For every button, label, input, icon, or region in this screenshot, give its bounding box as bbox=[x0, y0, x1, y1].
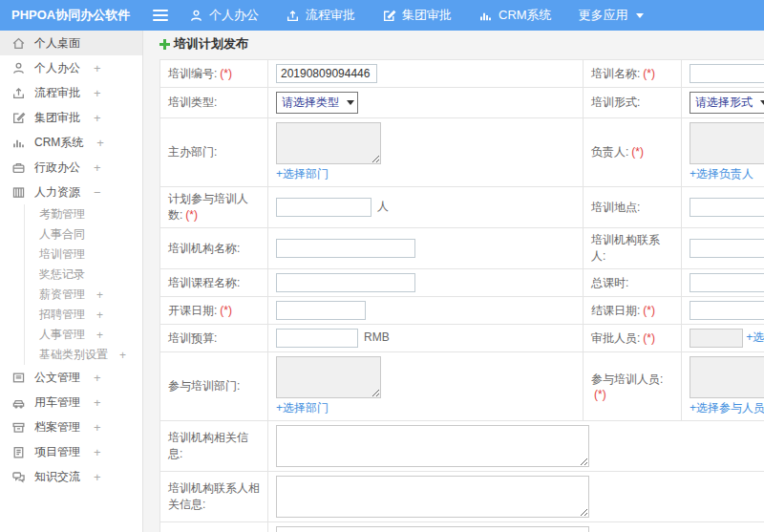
institution-info-label: 培训机构相关信息: bbox=[160, 421, 268, 472]
person-in-charge-box[interactable] bbox=[690, 122, 764, 164]
training-form-label: 培训形式: bbox=[584, 88, 682, 118]
form-row-training-type: 培训类型: 请选择类型 培训形式: 请选择形式 bbox=[160, 88, 764, 118]
participating-people-box[interactable] bbox=[690, 356, 764, 398]
select-participants-link[interactable]: +选择参与人员 bbox=[690, 400, 764, 416]
select-person-in-charge-link[interactable]: +选择负责人 bbox=[690, 166, 753, 182]
plus-icon bbox=[159, 39, 170, 50]
approver-label: 审批人员:(*) bbox=[584, 325, 682, 352]
sidebar-item-vehicle-mgmt[interactable]: 用车管理 + bbox=[0, 390, 142, 415]
training-type-label: 培训类型: bbox=[160, 88, 268, 118]
total-hours-label: 总课时: bbox=[584, 269, 682, 297]
institution-contact-label: 培训机构联系人: bbox=[584, 228, 682, 269]
nav-personal-office[interactable]: 个人办公 bbox=[189, 7, 259, 24]
sidebar-item-project-mgmt[interactable]: 项目管理 + bbox=[0, 439, 142, 464]
sidebar-subitem-reward-punishment[interactable]: 奖惩记录 bbox=[25, 265, 142, 285]
bar-chart-icon bbox=[11, 136, 26, 150]
chat-icon bbox=[11, 470, 26, 484]
sidebar-subitem-recruit-mgmt[interactable]: 招聘管理+ bbox=[25, 305, 142, 325]
training-requirements-label: 培训要求: bbox=[160, 522, 268, 532]
home-icon bbox=[11, 36, 26, 51]
sidebar-item-group-approval[interactable]: 集团审批 + bbox=[0, 105, 142, 130]
user-icon bbox=[189, 9, 203, 23]
required-mark: (*) bbox=[185, 208, 198, 222]
user-icon bbox=[11, 61, 26, 75]
training-type-select[interactable]: 请选择类型 bbox=[276, 92, 358, 114]
sidebar-item-personal-desktop[interactable]: 个人桌面 bbox=[0, 31, 142, 55]
nav-process-approval[interactable]: 流程审批 bbox=[286, 7, 355, 24]
training-name-input[interactable] bbox=[690, 64, 764, 83]
end-date-input[interactable] bbox=[690, 301, 764, 320]
select-department-link[interactable]: +选择部门 bbox=[276, 400, 329, 416]
form-row-participating-departments: 参与培训部门: +选择部门 参与培训人员:(*) +选择参与人员 bbox=[160, 352, 764, 421]
sidebar-item-admin-office[interactable]: 行政办公 + bbox=[0, 155, 142, 180]
select-approver-link[interactable]: +选择审批人员 bbox=[746, 330, 764, 344]
end-date-label: 结课日期:(*) bbox=[584, 297, 682, 325]
institution-contact-info-textarea[interactable] bbox=[276, 476, 589, 518]
form-row-institution-info: 培训机构相关信息: bbox=[160, 421, 764, 472]
institution-contact-input[interactable] bbox=[690, 239, 764, 258]
bar-chart-icon bbox=[478, 9, 493, 23]
sidebar-item-crm-system[interactable]: CRM系统 + bbox=[0, 130, 142, 155]
sidebar-item-archive-mgmt[interactable]: 档案管理 + bbox=[0, 415, 142, 439]
unit-person: 人 bbox=[377, 200, 389, 213]
course-name-input[interactable] bbox=[276, 273, 415, 292]
book-icon bbox=[11, 185, 26, 200]
host-department-box[interactable] bbox=[276, 122, 381, 164]
sidebar-item-human-resources[interactable]: 人力资源 − bbox=[0, 180, 142, 204]
main-content: 培训计划发布 培训编号:(*) 培训名称:(*) 培训类型: 请选择类型 bbox=[143, 31, 764, 532]
select-department-link[interactable]: +选择部门 bbox=[276, 166, 329, 182]
sidebar-subitem-salary-mgmt[interactable]: 薪资管理+ bbox=[25, 285, 142, 305]
sidebar-subitem-hr-contract[interactable]: 人事合同 bbox=[25, 224, 142, 245]
form-row-training-number: 培训编号:(*) 培训名称:(*) bbox=[160, 60, 764, 88]
training-location-label: 培训地点: bbox=[584, 187, 682, 228]
required-mark: (*) bbox=[631, 145, 644, 159]
upload-icon bbox=[11, 86, 26, 100]
institution-info-textarea[interactable] bbox=[276, 425, 589, 467]
sidebar-item-knowledge-exchange[interactable]: 知识交流 + bbox=[0, 464, 142, 489]
sidebar-item-process-approval[interactable]: 流程审批 + bbox=[0, 80, 142, 105]
host-department-label: 主办部门: bbox=[160, 118, 268, 187]
sidebar-item-official-doc-mgmt[interactable]: 公文管理 + bbox=[0, 365, 142, 390]
form-row-planned-participants: 计划参与培训人数:(*) 人 培训地点: bbox=[160, 187, 764, 228]
nav-more-apps[interactable]: 更多应用 bbox=[579, 7, 644, 24]
caret-down-icon bbox=[636, 13, 644, 18]
approver-input[interactable] bbox=[690, 329, 743, 348]
form-row-course-name: 培训课程名称: 总课时: bbox=[160, 269, 764, 297]
sidebar-subitem-personnel-mgmt[interactable]: 人事管理+ bbox=[25, 325, 142, 345]
institution-name-input[interactable] bbox=[276, 239, 415, 258]
training-requirements-textarea[interactable] bbox=[276, 526, 589, 532]
form-row-host-department: 主办部门: +选择部门 负责人:(*) +选择负责人 bbox=[160, 118, 764, 187]
participating-departments-box[interactable] bbox=[276, 356, 381, 398]
sidebar-subitem-training-mgmt[interactable]: 培训管理 bbox=[25, 245, 142, 265]
training-form-select[interactable]: 请选择形式 bbox=[690, 92, 764, 114]
start-date-input[interactable] bbox=[276, 301, 366, 320]
car-icon bbox=[11, 395, 26, 410]
planned-participants-input[interactable] bbox=[276, 198, 371, 217]
required-mark: (*) bbox=[220, 67, 232, 80]
required-mark: (*) bbox=[643, 67, 655, 80]
select-caret-icon bbox=[347, 100, 354, 105]
nav-group-approval[interactable]: 集团审批 bbox=[382, 7, 452, 24]
training-number-input[interactable] bbox=[276, 64, 377, 83]
budget-input[interactable] bbox=[276, 329, 358, 348]
project-icon bbox=[11, 445, 26, 459]
sidebar-item-personal-office[interactable]: 个人办公 + bbox=[0, 55, 142, 80]
document-icon bbox=[11, 371, 26, 385]
institution-contact-info-label: 培训机构联系人相关信息: bbox=[160, 472, 268, 522]
sidebar-subitem-base-category-settings[interactable]: 基础类别设置+ bbox=[25, 345, 142, 365]
form-row-budget: 培训预算: RMB 审批人员:(*) +选择审批人员 bbox=[160, 325, 764, 352]
training-location-input[interactable] bbox=[690, 198, 764, 217]
person-in-charge-label: 负责人:(*) bbox=[584, 118, 682, 187]
sidebar-subitem-attendance-mgmt[interactable]: 考勤管理 bbox=[25, 204, 142, 224]
training-name-label: 培训名称:(*) bbox=[584, 60, 682, 88]
edit-icon bbox=[11, 111, 26, 125]
hamburger-menu-icon[interactable] bbox=[153, 10, 168, 21]
sidebar-hr-submenu: 考勤管理 人事合同 培训管理 奖惩记录 薪资管理+ 招聘管理+ 人事管理+ 基础… bbox=[24, 204, 142, 365]
form-row-start-date: 开课日期:(*) 结课日期:(*) bbox=[160, 297, 764, 325]
form-row-institution-name: 培训机构名称: 培训机构联系人: bbox=[160, 228, 764, 269]
archive-icon bbox=[11, 420, 26, 435]
total-hours-input[interactable] bbox=[690, 273, 764, 292]
nav-crm-system[interactable]: CRM系统 bbox=[478, 7, 552, 24]
required-mark: (*) bbox=[594, 388, 606, 401]
training-plan-form: 培训编号:(*) 培训名称:(*) 培训类型: 请选择类型 培训形式: 请选择 bbox=[159, 59, 764, 532]
